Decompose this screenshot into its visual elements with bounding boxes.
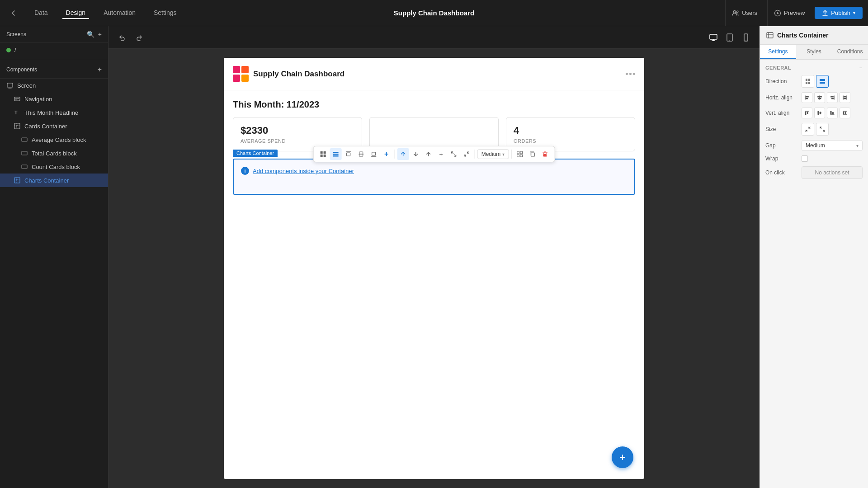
size-label: Size <box>765 126 802 132</box>
ft-size-label: Medium <box>481 151 501 157</box>
undo-button[interactable] <box>116 31 128 44</box>
users-icon <box>732 9 739 17</box>
vert-align-spread-btn[interactable] <box>840 108 850 118</box>
ft-align-mid-btn[interactable] <box>355 148 367 160</box>
ft-collapse-btn[interactable] <box>461 148 472 160</box>
ft-arrow-up2-btn[interactable] <box>423 148 434 160</box>
view-desktop-btn[interactable] <box>707 31 720 44</box>
general-section-title: GENERAL − <box>765 65 863 70</box>
ft-size-select[interactable]: Medium ▾ <box>477 149 509 159</box>
view-mobile-btn[interactable] <box>740 31 752 44</box>
rp-tab-styles[interactable]: Styles <box>796 45 832 59</box>
total-cards-label: Total Cards block <box>32 150 77 157</box>
screen-item-root[interactable]: / <box>0 43 108 57</box>
svg-rect-10 <box>22 165 27 169</box>
svg-rect-50 <box>820 112 821 114</box>
users-button[interactable]: Users <box>725 0 764 26</box>
charts-container[interactable]: i Add components inside your Container <box>233 159 635 195</box>
rp-tab-conditions[interactable]: Conditions <box>832 45 868 59</box>
sidebar-item-screen[interactable]: Screen <box>0 79 108 92</box>
wrap-checkbox[interactable] <box>802 155 808 162</box>
general-collapse-btn[interactable]: − <box>859 65 863 70</box>
screens-section: Screens 🔍 + <box>0 26 108 43</box>
canvas-scroll[interactable]: + + <box>108 49 760 488</box>
sidebar-item-charts-container[interactable]: Charts Container <box>0 174 108 187</box>
ft-delete-btn[interactable] <box>539 148 551 160</box>
publish-arrow: ▾ <box>853 10 855 15</box>
vert-align-top-btn[interactable] <box>802 108 812 118</box>
ft-spread-btn[interactable]: + <box>435 148 447 160</box>
svg-rect-36 <box>808 82 810 84</box>
ft-align-bot-btn[interactable] <box>368 148 380 160</box>
ft-list-btn[interactable] <box>330 148 342 160</box>
ft-add-btn[interactable]: + <box>381 148 392 160</box>
horiz-align-right-btn[interactable] <box>827 92 838 103</box>
publish-icon <box>822 10 828 16</box>
ft-copy-btn[interactable] <box>526 148 538 160</box>
sidebar-item-cards-container[interactable]: Cards Container <box>0 119 108 133</box>
sidebar-item-headline[interactable]: T This Month Headline <box>0 106 108 119</box>
redo-button[interactable] <box>133 31 146 44</box>
nav-left: Data Design Automation Settings <box>7 7 180 19</box>
gap-select[interactable]: Medium ▾ <box>802 140 863 151</box>
tab-data[interactable]: Data <box>31 7 52 19</box>
svg-rect-52 <box>832 112 834 114</box>
charts-container-comp-label: Charts Container <box>24 177 69 184</box>
horiz-align-left-btn[interactable] <box>802 92 812 103</box>
tab-design[interactable]: Design <box>62 7 90 19</box>
canvas-area: + + <box>108 26 760 488</box>
on-click-button[interactable]: No actions set <box>802 166 863 179</box>
tab-automation[interactable]: Automation <box>100 7 139 19</box>
logo-icon <box>233 66 249 82</box>
direction-row: Direction <box>765 75 863 88</box>
ft-arrow-up-btn[interactable] <box>397 148 409 160</box>
screens-add-icon[interactable]: + <box>98 31 102 38</box>
preview-button[interactable]: Preview <box>767 0 811 26</box>
svg-rect-33 <box>806 79 807 81</box>
general-label: GENERAL <box>765 65 791 70</box>
app-menu-dots[interactable] <box>626 73 635 75</box>
size-shrink-btn[interactable] <box>802 123 814 136</box>
wrap-label: Wrap <box>765 155 802 162</box>
direction-vertical-btn[interactable] <box>802 75 814 88</box>
publish-button[interactable]: Publish ▾ <box>815 7 863 19</box>
logo-sq-pink2 <box>233 75 240 82</box>
screens-search-icon[interactable]: 🔍 <box>87 31 94 38</box>
vert-align-control <box>802 108 863 118</box>
svg-rect-54 <box>845 112 846 114</box>
add-components-hint[interactable]: i Add components inside your Container <box>241 167 627 175</box>
fab-button[interactable]: + <box>612 446 633 468</box>
ft-align-top-btn[interactable] <box>343 148 354 160</box>
preview-label: Preview <box>784 9 805 16</box>
back-button[interactable] <box>7 7 20 19</box>
wrap-row: Wrap <box>765 155 863 162</box>
vert-align-bot-btn[interactable] <box>827 108 838 118</box>
right-panel-tabs: Settings Styles Conditions <box>760 45 868 60</box>
ft-expand-btn[interactable] <box>448 148 460 160</box>
rp-tab-settings[interactable]: Settings <box>760 45 796 59</box>
horiz-align-center-btn[interactable] <box>814 92 825 103</box>
gap-arrow: ▾ <box>856 143 859 148</box>
ft-grid2-btn[interactable] <box>514 148 525 160</box>
horiz-align-spread-btn[interactable] <box>840 92 850 103</box>
size-control <box>802 123 863 136</box>
svg-rect-48 <box>807 112 808 114</box>
ft-arrow-down-btn[interactable] <box>410 148 422 160</box>
card-orders-value: 4 <box>514 125 627 136</box>
view-tablet-btn[interactable] <box>723 31 736 44</box>
components-add-icon[interactable]: + <box>98 66 102 74</box>
ft-grid-btn[interactable] <box>317 148 329 160</box>
page-title: Supply Chain Dashboard <box>394 9 474 17</box>
direction-horizontal-btn[interactable] <box>816 75 829 88</box>
sidebar-item-count-cards[interactable]: Count Cards block <box>0 160 108 174</box>
vert-align-mid-btn[interactable] <box>814 108 825 118</box>
tab-settings[interactable]: Settings <box>150 7 180 19</box>
size-grow-btn[interactable] <box>816 123 829 136</box>
on-click-control: No actions set <box>802 166 863 179</box>
svg-rect-40 <box>806 98 808 99</box>
sidebar-item-total-cards[interactable]: Total Cards block <box>0 146 108 160</box>
sidebar-item-navigation[interactable]: Navigation <box>0 92 108 106</box>
cards-container-icon <box>14 122 21 130</box>
menu-dot-1 <box>626 73 628 75</box>
sidebar-item-average-cards[interactable]: Average Cards block <box>0 133 108 146</box>
